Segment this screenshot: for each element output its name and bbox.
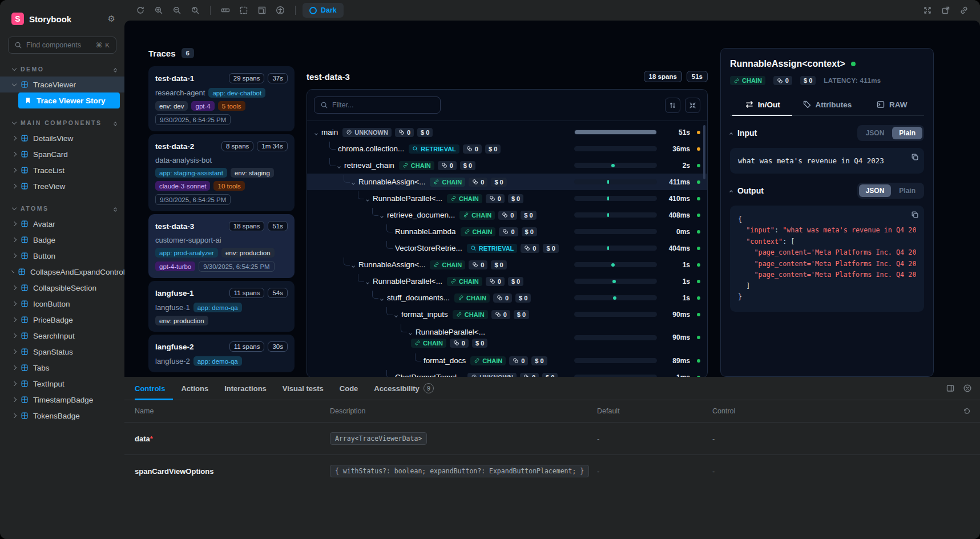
trace-card-test-data-1[interactable]: test-data-129 spans37sresearch-agentapp:… xyxy=(148,66,295,131)
addons-tab-visual-tests[interactable]: Visual tests xyxy=(275,377,332,400)
tokens-badge: 0 xyxy=(469,178,487,187)
details-tab-attributes[interactable]: Attributes xyxy=(795,94,859,115)
collapse-expand-control-icon[interactable] xyxy=(114,67,116,72)
span-chevron-icon[interactable] xyxy=(366,277,369,285)
toolbar-sync-button[interactable] xyxy=(132,3,148,18)
addons-tab-interactions[interactable]: Interactions xyxy=(216,377,275,400)
sidebar-item-traceviewer[interactable]: TraceViewer xyxy=(0,77,124,92)
toolbar-zoomout-button[interactable] xyxy=(169,3,185,18)
span-chevron-icon[interactable] xyxy=(315,128,317,136)
span-row-retrieval-chain[interactable]: retrieval_chainCHAIN0$ 02s xyxy=(307,157,707,174)
search-input[interactable]: Find components ⌘ K xyxy=(8,37,116,54)
format-option-plain[interactable]: Plain xyxy=(892,184,922,197)
copy-icon[interactable] xyxy=(911,211,919,219)
sidebar-section-main-components[interactable]: MAIN COMPONENTS xyxy=(0,115,124,130)
trace-card-langfuse-2[interactable]: langfuse-211 spans30slangfuse-2app: demo… xyxy=(148,335,295,372)
trace-card-test-data-3[interactable]: test-data-318 spans51scustomer-support-a… xyxy=(148,214,295,278)
span-row-main[interactable]: mainUNKNOWN0$ 051s xyxy=(307,124,707,140)
span-row-stuff-documents-[interactable]: stuff_documents...CHAIN0$ 01s xyxy=(307,289,707,306)
control-description: Array<TraceViewerData> xyxy=(330,432,597,445)
toolbar-link-button[interactable] xyxy=(956,3,972,18)
sidebar-item-collapsiblesection[interactable]: CollapsibleSection xyxy=(0,280,124,296)
sidebar-item-tabs[interactable]: Tabs xyxy=(0,360,124,376)
span-row-runnableparallel-[interactable]: RunnableParallel<...CHAIN0$ 090ms xyxy=(307,323,707,352)
span-chevron-icon[interactable] xyxy=(381,293,383,302)
span-chevron-icon[interactable] xyxy=(381,211,383,219)
toolbar-a11y-button[interactable] xyxy=(272,3,288,18)
filter-input[interactable]: Filter... xyxy=(314,96,441,114)
details-tab-raw[interactable]: RAW xyxy=(860,94,924,115)
span-chevron-icon[interactable] xyxy=(395,310,397,319)
addons-tab-accessibility[interactable]: Accessibility9 xyxy=(366,377,442,400)
theme-toggle[interactable]: Dark xyxy=(303,3,344,18)
sidebar-item-spanstatus[interactable]: SpanStatus xyxy=(0,344,124,360)
span-chevron-icon[interactable] xyxy=(352,260,354,269)
span-row-runnableparallel-[interactable]: RunnableParallel<...CHAIN0$ 0410ms xyxy=(307,190,707,207)
reset-controls-button[interactable] xyxy=(954,407,980,415)
toolbar-zoomin-button[interactable] xyxy=(151,3,167,18)
sidebar-item-detailsview[interactable]: DetailsView xyxy=(0,130,124,146)
toolbar-outline-button[interactable] xyxy=(236,3,252,18)
sidebar-section-demo[interactable]: DEMO xyxy=(0,62,124,77)
toolbar-grow-button[interactable] xyxy=(254,3,270,18)
span-row-format-inputs[interactable]: format_inputsCHAIN0$ 090ms xyxy=(307,306,707,323)
collapse-expand-control-icon[interactable] xyxy=(114,120,116,126)
tree-scrollbar[interactable] xyxy=(703,125,705,179)
span-chevron-icon[interactable] xyxy=(366,194,369,203)
format-option-plain[interactable]: Plain xyxy=(892,127,922,139)
tree-title: test-data-3 xyxy=(306,72,350,82)
format-option-json[interactable]: JSON xyxy=(859,127,892,139)
sidebar-item-treeview[interactable]: TreeView xyxy=(0,178,124,194)
tokens-badge: 0 xyxy=(520,373,539,377)
sidebar-item-pricebadge[interactable]: PriceBadge xyxy=(0,312,124,328)
sidebar-item-spancard[interactable]: SpanCard xyxy=(0,146,124,162)
span-row-chroma-collection-[interactable]: chroma.collection...RETRIEVAL0$ 036ms xyxy=(307,140,707,157)
collapse-expand-control-icon[interactable] xyxy=(114,206,116,211)
sidebar-item-textinput[interactable]: TextInput xyxy=(0,376,124,392)
details-tab-inout[interactable]: In/Out xyxy=(730,94,795,115)
span-row-runnablelambda[interactable]: RunnableLambdaCHAIN0$ 00ms xyxy=(307,223,707,240)
trace-card-langfuse-1[interactable]: langfuse-111 spans54slangfuse-1app: demo… xyxy=(148,281,295,332)
span-chevron-icon[interactable] xyxy=(409,328,412,336)
sidebar-item-badge[interactable]: Badge xyxy=(0,232,124,248)
toolbar-fullscreen-button[interactable] xyxy=(919,3,935,18)
span-chevron-icon[interactable] xyxy=(352,178,354,186)
span-row-format-docs[interactable]: format_docsCHAIN0$ 089ms xyxy=(307,352,707,369)
bookmark-icon xyxy=(24,96,32,104)
trace-card-test-data-2[interactable]: test-data-28 spans1m 34sdata-analysis-bo… xyxy=(148,134,295,211)
sidebar-item-tracelist[interactable]: TraceList xyxy=(0,162,124,178)
sort-spans-button[interactable] xyxy=(665,98,680,113)
story-item-trace-viewer-story[interactable]: Trace Viewer Story xyxy=(18,92,120,108)
span-row-vectorstoreretrie-[interactable]: VectorStoreRetrie...RETRIEVAL0$ 0404ms xyxy=(307,240,707,256)
sidebar-item-timestampbadge[interactable]: TimestampBadge xyxy=(0,392,124,408)
toolbar-external-button[interactable] xyxy=(938,3,954,18)
copy-icon[interactable] xyxy=(911,153,919,161)
span-chevron-icon[interactable] xyxy=(338,161,340,170)
addons-tab-code[interactable]: Code xyxy=(332,377,366,400)
span-row-runnableassign-[interactable]: RunnableAssign<...CHAIN0$ 01s xyxy=(307,256,707,273)
sidebar-item-button[interactable]: Button xyxy=(0,248,124,264)
collapse-all-button[interactable] xyxy=(685,98,700,113)
copy-output-icon[interactable] xyxy=(911,211,919,219)
input-collapse-icon[interactable] xyxy=(729,132,733,136)
format-option-json[interactable]: JSON xyxy=(859,184,892,197)
output-collapse-icon[interactable] xyxy=(729,190,733,194)
span-row-runnableassign-[interactable]: RunnableAssign<...CHAIN0$ 0411ms xyxy=(307,174,707,190)
addons-tab-actions[interactable]: Actions xyxy=(173,377,216,400)
sidebar-section-atoms[interactable]: ATOMS xyxy=(0,201,124,216)
sidebar-item-iconbutton[interactable]: IconButton xyxy=(0,296,124,312)
copy-input-icon[interactable] xyxy=(911,153,919,161)
sidebar-item-searchinput[interactable]: SearchInput xyxy=(0,328,124,344)
span-row-chatprompttempl-[interactable]: ChatPromptTempl...UNKNOWN0$ 01ms xyxy=(307,369,707,377)
settings-gear-icon[interactable]: ⚙ xyxy=(108,14,115,24)
panel-position-button[interactable] xyxy=(946,384,955,393)
toolbar-zoomreset-button[interactable] xyxy=(187,3,203,18)
span-row-retrieve-documen-[interactable]: retrieve_documen...CHAIN0$ 0408ms xyxy=(307,207,707,223)
sidebar-item-tokensbadge[interactable]: TokensBadge xyxy=(0,408,124,424)
sidebar-item-avatar[interactable]: Avatar xyxy=(0,216,124,232)
addons-tab-controls[interactable]: Controls xyxy=(135,377,173,400)
close-panel-button[interactable] xyxy=(963,384,972,393)
span-row-runnableparallel-[interactable]: RunnableParallel<...CHAIN0$ 01s xyxy=(307,273,707,289)
sidebar-item-collapseandexpandcontrol[interactable]: CollapseAndExpandControl xyxy=(0,264,124,280)
toolbar-ruler-button[interactable] xyxy=(217,3,233,18)
